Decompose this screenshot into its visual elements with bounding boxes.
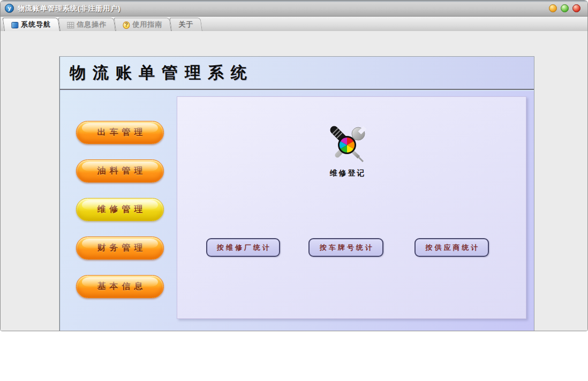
tab-label: 使用指南 [132, 20, 162, 29]
workspace-panel: 维修登记 按维修厂统计 按车牌号统计 按供应商统计 [177, 96, 526, 319]
panel-header: 物流账单管理系统 [60, 57, 534, 90]
shortcut-label: 维修登记 [328, 169, 366, 178]
tab-label: 关于 [178, 20, 193, 29]
panel-title: 物流账单管理系统 [70, 62, 254, 84]
title-bar[interactable]: y 物流账单管理系统(非注册用户) [1, 1, 587, 17]
sidebar-button-repair-mgmt[interactable]: 维修管理 [76, 198, 164, 221]
sidebar-button-finance-mgmt[interactable]: 财务管理 [76, 237, 164, 260]
panel-body: 出车管理 油料管理 维修管理 财务管理 基本信息 [60, 91, 534, 331]
tab-label: 系统导航 [21, 20, 51, 29]
tab-info-operations[interactable]: 信息操作 [58, 18, 116, 31]
tab-system-navigation[interactable]: 系统导航 [2, 18, 60, 31]
maximize-button[interactable] [561, 4, 569, 12]
tab-about[interactable]: 关于 [169, 18, 202, 31]
close-button[interactable] [572, 4, 581, 12]
help-coin-icon: ? [123, 21, 130, 28]
window-controls [549, 4, 581, 12]
app-window: y 物流账单管理系统(非注册用户) 系统导航 信息操作 ? 使用指南 关于 物流… [0, 0, 588, 331]
stats-by-supplier-button[interactable]: 按供应商统计 [414, 238, 489, 257]
sidebar-button-fuel-mgmt[interactable]: 油料管理 [76, 159, 164, 182]
sidebar-button-dispatch-mgmt[interactable]: 出车管理 [76, 121, 164, 144]
sidebar-button-basic-info[interactable]: 基本信息 [76, 275, 164, 298]
tab-bar: 系统导航 信息操作 ? 使用指南 关于 [1, 17, 587, 31]
tab-label: 信息操作 [77, 20, 107, 29]
stats-by-repair-shop-button[interactable]: 按维修厂统计 [206, 238, 280, 257]
window-title: 物流账单管理系统(非注册用户) [18, 4, 121, 13]
minimize-button[interactable] [549, 4, 557, 12]
grid-icon [67, 21, 74, 28]
main-panel: 物流账单管理系统 出车管理 油料管理 维修管理 财务管理 基本信息 [59, 56, 534, 331]
repair-registration-shortcut[interactable]: 维修登记 [315, 125, 379, 178]
stats-by-license-plate-button[interactable]: 按车牌号统计 [308, 238, 383, 257]
tab-user-guide[interactable]: ? 使用指南 [114, 18, 171, 31]
monitor-icon [11, 21, 18, 28]
app-logo-icon: y [5, 4, 14, 13]
repair-tools-icon [327, 125, 367, 165]
content-area: 物流账单管理系统 出车管理 油料管理 维修管理 财务管理 基本信息 [1, 31, 587, 331]
